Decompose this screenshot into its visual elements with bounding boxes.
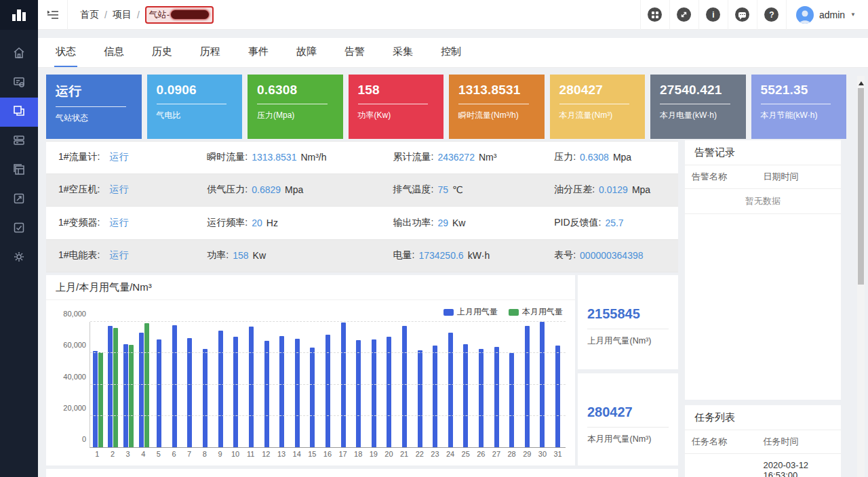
device-status-link[interactable]: 运行: [109, 249, 128, 262]
card-power[interactable]: 158 功率(Kw): [349, 75, 444, 139]
field-label: 累计流量:: [393, 151, 434, 163]
chart-bar[interactable]: [113, 328, 118, 447]
x-axis-tick: 15: [304, 450, 320, 458]
chart-bar[interactable]: [187, 338, 192, 447]
sidebar-collapse-button[interactable]: [38, 0, 68, 30]
device-row: 1#电能表:运行功率:158Kw电量:1734250.6kW·h表号:00000…: [46, 240, 678, 273]
chart-bar[interactable]: [372, 339, 376, 447]
x-axis-tick: 3: [120, 450, 136, 458]
help-button[interactable]: ?: [757, 0, 786, 30]
chart-bar[interactable]: [479, 349, 484, 447]
card-month-energy[interactable]: 27540.421 本月电量(kW·h): [650, 75, 746, 139]
vertical-scrollbar[interactable]: [857, 76, 865, 477]
chart-bar[interactable]: [418, 350, 422, 447]
chart-bar[interactable]: [509, 353, 514, 447]
card-month-flow[interactable]: 280427 本月流量(Nm³): [550, 75, 646, 139]
chart-bar[interactable]: [295, 339, 300, 447]
device-status-link[interactable]: 运行: [109, 184, 128, 196]
legend-label: 上月用气量: [457, 306, 498, 318]
chart-bar[interactable]: [448, 333, 453, 447]
x-axis-tick: 26: [473, 450, 489, 458]
legend-item[interactable]: 本月用气量: [509, 306, 563, 318]
chart-bar[interactable]: [123, 344, 128, 447]
scroll-up-arrow-icon[interactable]: [859, 79, 864, 85]
sidebar-item-settings[interactable]: [0, 243, 38, 272]
chart-bar[interactable]: [129, 345, 134, 447]
chart-bar[interactable]: [525, 326, 530, 447]
breadcrumb-project[interactable]: 项目: [113, 9, 132, 21]
tab-info[interactable]: 信息: [102, 38, 125, 67]
chart-bar[interactable]: [264, 341, 269, 447]
card-label: 本月流量(Nm³): [559, 110, 636, 121]
device-status-link[interactable]: 运行: [109, 217, 128, 229]
clipboard-arrow-icon: [12, 192, 26, 208]
chart-bar[interactable]: [157, 339, 161, 447]
tab-timeline[interactable]: 历程: [199, 38, 222, 67]
chart-bar[interactable]: [310, 348, 315, 447]
breadcrumb-station[interactable]: 气站-: [145, 6, 214, 24]
tab-control[interactable]: 控制: [439, 38, 462, 67]
chart-plot-area: 020,00040,00060,00080,000: [90, 322, 566, 448]
info-icon: i: [706, 7, 720, 22]
chart-bar[interactable]: [463, 344, 468, 447]
device-field: 排气温度:75℃: [393, 184, 555, 196]
sidebar-item-monitor[interactable]: [0, 68, 38, 98]
apps-button[interactable]: [640, 0, 669, 30]
chart-bar[interactable]: [433, 346, 437, 447]
chart-day-slot: [351, 322, 366, 447]
card-instant-flow[interactable]: 1313.8531 瞬时流量(Nm³/h): [449, 75, 545, 139]
tab-events[interactable]: 事件: [247, 38, 270, 67]
fullscreen-button[interactable]: [669, 0, 698, 30]
tab-collect[interactable]: 采集: [391, 38, 414, 67]
device-status-link[interactable]: 运行: [109, 151, 128, 163]
sidebar-item-dispatch[interactable]: [0, 185, 38, 214]
chart-title: 上月/本月用气量/Nm³: [46, 275, 575, 300]
chart-day-slot: [136, 322, 152, 447]
chart-bar[interactable]: [218, 331, 223, 447]
card-pressure[interactable]: 0.6308 压力(Mpa): [248, 75, 343, 139]
legend-item[interactable]: 上月用气量: [443, 306, 498, 318]
card-station-status[interactable]: 运行 气站状态: [46, 75, 142, 139]
card-label: 本月节能(kW·h): [761, 110, 837, 121]
tab-bar: 状态 信息 历史 历程 事件 故障 告警 采集 控制: [38, 38, 868, 68]
x-axis-tick: 4: [136, 450, 151, 458]
chart-bar[interactable]: [555, 346, 560, 447]
chart-bar[interactable]: [494, 347, 499, 447]
sidebar-item-home[interactable]: [0, 39, 38, 68]
chart-bar[interactable]: [356, 340, 361, 447]
tab-alarms[interactable]: 告警: [343, 38, 366, 67]
sidebar-item-devices[interactable]: [0, 127, 38, 156]
card-month-savings[interactable]: 5521.35 本月节能(kW·h): [751, 75, 847, 139]
x-axis-tick: 16: [320, 450, 336, 458]
tab-history[interactable]: 历史: [151, 38, 174, 67]
y-axis-tick: 0: [82, 435, 86, 443]
chart-bar[interactable]: [98, 352, 103, 447]
chart-bar[interactable]: [172, 325, 177, 447]
chart-bar[interactable]: [144, 323, 149, 447]
app-logo[interactable]: [0, 0, 38, 30]
chart-bar[interactable]: [402, 326, 407, 447]
tab-faults[interactable]: 故障: [295, 38, 318, 67]
sidebar-item-projects[interactable]: [0, 98, 38, 127]
x-axis-tick: 13: [274, 450, 290, 458]
task-row: 2020-03-12 16:53:00: [685, 454, 841, 477]
sidebar-item-reports[interactable]: [0, 156, 38, 185]
chart-bar[interactable]: [249, 327, 254, 447]
card-gas-electric-ratio[interactable]: 0.0906 气电比: [147, 75, 243, 139]
chart-bar[interactable]: [341, 323, 346, 447]
x-axis-tick: 24: [443, 450, 458, 458]
last-month-usage-panel: 2155845 上月用气量(Nm³): [578, 275, 678, 369]
chart-bar[interactable]: [93, 351, 98, 447]
chart-day-slot: [550, 322, 566, 447]
scrollbar-thumb[interactable]: [858, 88, 864, 285]
chart-bar[interactable]: [326, 335, 330, 447]
tab-status[interactable]: 状态: [54, 38, 77, 67]
chart-bar[interactable]: [108, 326, 113, 447]
info-button[interactable]: i: [698, 0, 728, 30]
chart-bar[interactable]: [203, 349, 208, 447]
user-menu[interactable]: admin ▼: [786, 0, 868, 30]
breadcrumb-home[interactable]: 首页: [80, 9, 99, 21]
sidebar-item-tasks[interactable]: [0, 214, 38, 243]
chart-bar[interactable]: [139, 333, 144, 447]
messages-button[interactable]: [728, 0, 757, 30]
